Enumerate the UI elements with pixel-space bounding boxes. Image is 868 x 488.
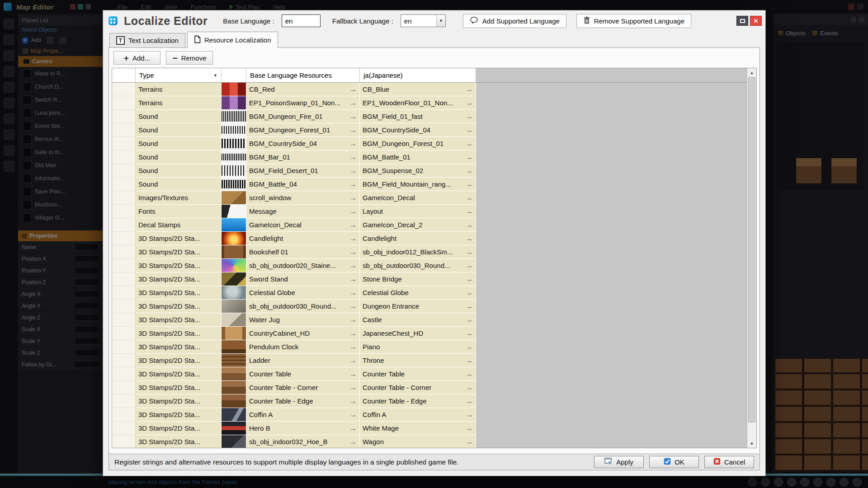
fallback-language-select[interactable]: en ▼ <box>401 14 446 27</box>
header-ja-japanese[interactable]: ja(Japanese) <box>360 68 476 83</box>
pick-resource-arrow-icon[interactable]: → <box>349 262 357 270</box>
table-row[interactable]: 3D Stamps/2D Sta... Coffin A→ Coffin A→ <box>112 408 476 422</box>
row-selector[interactable] <box>112 137 136 150</box>
pick-resource-arrow-icon[interactable]: → <box>466 275 473 283</box>
pick-resource-arrow-icon[interactable]: → <box>466 424 473 432</box>
table-row[interactable]: 3D Stamps/2D Sta... Ladder→ Throne→ <box>112 354 476 367</box>
table-row[interactable]: 3D Stamps/2D Sta... Sword Stand→ Stone B… <box>112 272 476 286</box>
pick-resource-arrow-icon[interactable]: → <box>349 316 357 324</box>
pick-resource-arrow-icon[interactable]: → <box>466 85 473 94</box>
row-selector[interactable] <box>112 394 136 408</box>
row-selector[interactable] <box>112 178 136 191</box>
pick-resource-arrow-icon[interactable]: → <box>349 235 357 243</box>
pick-resource-arrow-icon[interactable]: → <box>349 85 357 94</box>
table-row[interactable]: 3D Stamps/2D Sta... sb_obj_outdoor030_Ro… <box>112 300 476 313</box>
row-selector[interactable] <box>112 123 136 137</box>
table-row[interactable]: Sound BGM_CountrySide_04→ BGM_Dungeon_Fo… <box>112 137 476 150</box>
row-selector[interactable] <box>112 191 136 205</box>
pick-resource-arrow-icon[interactable]: → <box>466 357 473 365</box>
pick-resource-arrow-icon[interactable]: → <box>466 99 473 107</box>
table-row[interactable]: 3D Stamps/2D Sta... Counter Table - Edge… <box>112 394 476 408</box>
apply-button[interactable]: Apply <box>594 456 644 468</box>
pick-resource-arrow-icon[interactable]: → <box>466 207 473 216</box>
pick-resource-arrow-icon[interactable]: → <box>466 153 473 161</box>
remove-resource-button[interactable]: − Remove <box>166 51 213 65</box>
pick-resource-arrow-icon[interactable]: → <box>349 248 357 256</box>
scroll-up-icon[interactable]: ▲ <box>747 68 756 77</box>
table-row[interactable]: 3D Stamps/2D Sta... Water Jug→ Castle→ <box>112 313 476 327</box>
pick-resource-arrow-icon[interactable]: → <box>349 180 357 188</box>
row-selector[interactable] <box>112 218 136 232</box>
row-selector[interactable] <box>112 272 136 286</box>
pick-resource-arrow-icon[interactable]: → <box>349 194 357 202</box>
pick-resource-arrow-icon[interactable]: → <box>349 113 357 121</box>
pick-resource-arrow-icon[interactable]: → <box>349 302 357 310</box>
pick-resource-arrow-icon[interactable]: → <box>466 262 473 270</box>
ok-button[interactable]: OK <box>649 456 699 468</box>
row-selector[interactable] <box>112 110 136 123</box>
pick-resource-arrow-icon[interactable]: → <box>349 357 357 365</box>
pick-resource-arrow-icon[interactable]: → <box>349 384 357 392</box>
pick-resource-arrow-icon[interactable]: → <box>349 329 357 338</box>
vertical-scrollbar[interactable]: ▲ ▼ <box>747 68 756 448</box>
row-selector[interactable] <box>112 245 136 259</box>
tab-resource-localization[interactable]: Resource Localization <box>187 32 278 48</box>
base-language-input[interactable] <box>282 14 321 27</box>
row-selector[interactable] <box>112 150 136 164</box>
row-selector[interactable] <box>112 340 136 354</box>
cancel-button[interactable]: Cancel <box>704 456 754 468</box>
scroll-down-icon[interactable]: ▼ <box>747 439 756 448</box>
row-selector[interactable] <box>112 367 136 381</box>
pick-resource-arrow-icon[interactable]: → <box>466 126 473 134</box>
row-selector[interactable] <box>112 164 136 178</box>
pick-resource-arrow-icon[interactable]: → <box>349 167 357 175</box>
pick-resource-arrow-icon[interactable]: → <box>466 397 473 405</box>
pick-resource-arrow-icon[interactable]: → <box>466 180 473 188</box>
pick-resource-arrow-icon[interactable]: → <box>466 235 473 243</box>
pick-resource-arrow-icon[interactable]: → <box>349 140 357 148</box>
row-selector[interactable] <box>112 327 136 340</box>
tab-text-localization[interactable]: T Text Localization <box>109 33 185 47</box>
pick-resource-arrow-icon[interactable]: → <box>349 207 357 216</box>
remove-supported-language-button[interactable]: Remove Supported Language <box>576 14 691 28</box>
pick-resource-arrow-icon[interactable]: → <box>466 316 473 324</box>
pick-resource-arrow-icon[interactable]: → <box>466 384 473 392</box>
add-supported-language-button[interactable]: Add Supported Language <box>463 14 566 28</box>
table-row[interactable]: Sound BGM_Dungeon_Forest_01→ BGM_Country… <box>112 123 476 137</box>
table-row[interactable]: 3D Stamps/2D Sta... sb_obj_outdoor020_St… <box>112 259 476 272</box>
row-selector[interactable] <box>112 422 136 435</box>
row-selector[interactable] <box>112 83 136 96</box>
pick-resource-arrow-icon[interactable]: → <box>349 424 357 432</box>
pick-resource-arrow-icon[interactable]: → <box>466 411 473 419</box>
row-selector[interactable] <box>112 435 136 448</box>
pick-resource-arrow-icon[interactable]: → <box>466 221 473 229</box>
pick-resource-arrow-icon[interactable]: → <box>349 221 357 229</box>
table-row[interactable]: 3D Stamps/2D Sta... sb_obj_indoor032_Hoe… <box>112 435 476 448</box>
pick-resource-arrow-icon[interactable]: → <box>466 343 473 351</box>
header-base-resources[interactable]: Base Language Resources <box>246 68 360 83</box>
pick-resource-arrow-icon[interactable]: → <box>466 113 473 121</box>
table-row[interactable]: Terrains EP1_PoisonSwanp_01_Non...→ EP1_… <box>112 96 476 110</box>
pick-resource-arrow-icon[interactable]: → <box>466 438 473 446</box>
restore-window-button[interactable] <box>736 16 748 26</box>
pick-resource-arrow-icon[interactable]: → <box>349 153 357 161</box>
row-selector[interactable] <box>112 354 136 367</box>
table-row[interactable]: Images/Textures scroll_window→ GameIcon_… <box>112 191 476 205</box>
pick-resource-arrow-icon[interactable]: → <box>349 343 357 351</box>
pick-resource-arrow-icon[interactable]: → <box>349 99 357 107</box>
pick-resource-arrow-icon[interactable]: → <box>466 289 473 297</box>
table-row[interactable]: 3D Stamps/2D Sta... CountryCabinet_HD→ J… <box>112 327 476 340</box>
table-row[interactable]: Sound BGM_Bar_01→ BGM_Battle_01→ <box>112 150 476 164</box>
pick-resource-arrow-icon[interactable]: → <box>349 438 357 446</box>
close-dialog-button[interactable]: ✕ <box>750 16 762 26</box>
table-row[interactable]: Sound BGM_Dungeon_Fire_01→ BGM_Field_01_… <box>112 110 476 123</box>
row-selector[interactable] <box>112 408 136 422</box>
row-selector[interactable] <box>112 259 136 272</box>
table-row[interactable]: Sound BGM_Field_Desert_01→ BGM_Suspense_… <box>112 164 476 178</box>
pick-resource-arrow-icon[interactable]: → <box>466 302 473 310</box>
pick-resource-arrow-icon[interactable]: → <box>349 370 357 378</box>
table-row[interactable]: Sound BGM_Battle_04→ BGM_Field_Mountain_… <box>112 178 476 191</box>
table-row[interactable]: Fonts Message→ Layout→ <box>112 205 476 218</box>
table-row[interactable]: Decal Stamps GameIcon_Decal→ GameIcon_De… <box>112 218 476 232</box>
pick-resource-arrow-icon[interactable]: → <box>466 194 473 202</box>
